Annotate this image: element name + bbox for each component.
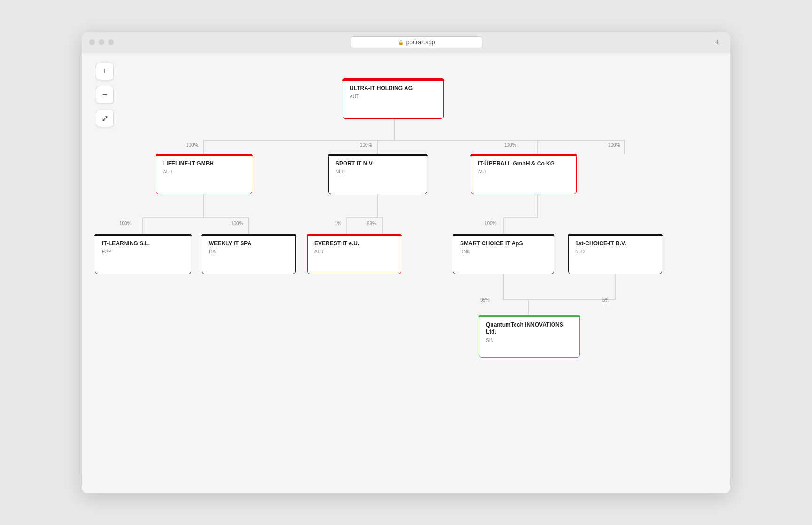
node-everest[interactable]: EVEREST IT e.U. AUT bbox=[307, 234, 401, 274]
address-bar: 🔒 portrait.app bbox=[121, 36, 711, 48]
node-smartchoice-title: SMART CHOICE IT ApS bbox=[460, 240, 547, 248]
node-quantumtech-title: QuantumTech INNOVATIONS Ltd. bbox=[486, 321, 573, 336]
node-firstchoice-title: 1st-CHOICE-IT B.V. bbox=[575, 240, 655, 248]
node-lifeline[interactable]: LIFELINE-IT GMBH AUT bbox=[156, 154, 252, 194]
node-root-subtitle: AUT bbox=[350, 94, 437, 99]
node-sport[interactable]: SPORT IT N.V. NLD bbox=[328, 154, 427, 194]
traffic-lights bbox=[89, 39, 114, 45]
node-itlearning[interactable]: IT-LEARNING S.L. ESP bbox=[95, 234, 191, 274]
pct-quantum-95pct: 95% bbox=[480, 298, 490, 303]
pct-lifeline-weekly: 100% bbox=[231, 221, 243, 226]
pct-ituberall-smartchoice: 100% bbox=[484, 221, 497, 226]
title-bar: 🔒 portrait.app + bbox=[82, 32, 730, 53]
lock-icon: 🔒 bbox=[398, 40, 404, 45]
new-tab-button[interactable]: + bbox=[711, 37, 723, 48]
node-smartchoice[interactable]: SMART CHOICE IT ApS DNK bbox=[453, 234, 554, 274]
pct-sport-1pct: 1% bbox=[335, 221, 341, 226]
zoom-in-button[interactable]: + bbox=[96, 63, 114, 80]
node-quantumtech[interactable]: QuantumTech INNOVATIONS Ltd. SIN bbox=[479, 315, 580, 358]
pct-quantum-5pct: 5% bbox=[602, 298, 609, 303]
pct-sport-99pct: 99% bbox=[367, 221, 376, 226]
node-everest-subtitle: AUT bbox=[314, 249, 394, 254]
expand-button[interactable]: ⤢ bbox=[96, 110, 114, 127]
node-root-title: ULTRA-IT HOLDING AG bbox=[350, 85, 437, 93]
zoom-out-button[interactable]: − bbox=[96, 86, 114, 104]
node-ituberall[interactable]: IT-ÜBERALL GmbH & Co KG AUT bbox=[471, 154, 577, 194]
node-ituberall-subtitle: AUT bbox=[478, 169, 570, 174]
node-everest-title: EVEREST IT e.U. bbox=[314, 240, 394, 248]
pct-root-ituberall: 100% bbox=[504, 142, 516, 148]
url-bar[interactable]: 🔒 portrait.app bbox=[351, 36, 482, 48]
node-weekly[interactable]: WEEKLY IT SPA ITA bbox=[202, 234, 296, 274]
node-itlearning-title: IT-LEARNING S.L. bbox=[102, 240, 184, 248]
node-smartchoice-subtitle: DNK bbox=[460, 249, 547, 254]
pct-root-lifeline: 100% bbox=[186, 142, 198, 148]
node-weekly-subtitle: ITA bbox=[209, 249, 289, 254]
node-quantumtech-subtitle: SIN bbox=[486, 338, 573, 343]
pct-root-sport: 100% bbox=[360, 142, 372, 148]
close-button[interactable] bbox=[89, 39, 95, 45]
pct-root-rightmost: 100% bbox=[608, 142, 620, 148]
url-text: portrait.app bbox=[406, 39, 435, 46]
node-ituberall-title: IT-ÜBERALL GmbH & Co KG bbox=[478, 160, 570, 168]
node-sport-subtitle: NLD bbox=[336, 169, 420, 174]
node-root[interactable]: ULTRA-IT HOLDING AG AUT bbox=[343, 79, 444, 119]
node-weekly-title: WEEKLY IT SPA bbox=[209, 240, 289, 248]
node-firstchoice-subtitle: NLD bbox=[575, 249, 655, 254]
controls: + − ⤢ bbox=[96, 63, 114, 127]
minimize-button[interactable] bbox=[99, 39, 104, 45]
node-firstchoice[interactable]: 1st-CHOICE-IT B.V. NLD bbox=[568, 234, 662, 274]
node-sport-title: SPORT IT N.V. bbox=[336, 160, 420, 168]
node-lifeline-subtitle: AUT bbox=[163, 169, 245, 174]
maximize-button[interactable] bbox=[108, 39, 114, 45]
node-itlearning-subtitle: ESP bbox=[102, 249, 184, 254]
main-content: + − ⤢ bbox=[82, 53, 730, 493]
browser-window: 🔒 portrait.app + + − ⤢ bbox=[82, 32, 730, 493]
pct-lifeline-itlearning: 100% bbox=[119, 221, 132, 226]
node-lifeline-title: LIFELINE-IT GMBH bbox=[163, 160, 245, 168]
